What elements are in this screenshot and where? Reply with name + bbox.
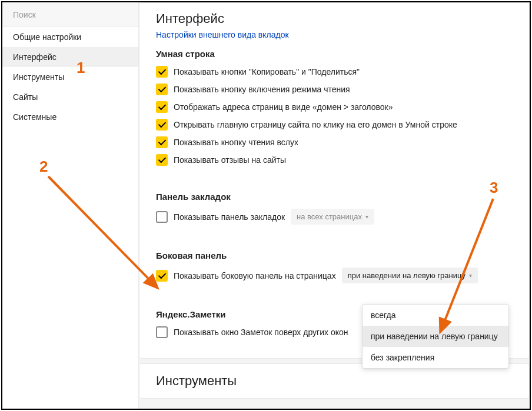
label-copy-share: Показывать кнопки "Копировать" и "Подели… — [174, 67, 360, 76]
chevron-down-icon: ▾ — [469, 272, 472, 279]
section-bookmarks-title: Панель закладок — [156, 192, 513, 202]
sidebar-item-tools[interactable]: Инструменты — [2, 67, 138, 87]
chevron-down-icon: ▾ — [365, 213, 368, 220]
dropdown-item-always[interactable]: всегда — [363, 305, 508, 326]
checkbox-bookmarks-panel[interactable] — [156, 211, 168, 223]
section-sidepanel-title: Боковая панель — [156, 250, 513, 260]
sidebar-item-interface[interactable]: Интерфейс — [2, 47, 138, 67]
dropdown-item-unpinned[interactable]: без закрепления — [363, 347, 508, 368]
label-reader-mode: Показывать кнопку включения режима чтени… — [174, 85, 350, 94]
checkbox-copy-share[interactable] — [156, 66, 168, 78]
appearance-link[interactable]: Настройки внешнего вида вкладок — [139, 30, 529, 43]
sidebar-item-sites[interactable]: Сайты — [2, 87, 138, 107]
checkbox-sidepanel[interactable] — [156, 270, 168, 282]
label-notes-topmost: Показывать окно Заметок поверх других ок… — [174, 328, 348, 337]
label-reviews: Показывать отзывы на сайты — [174, 155, 286, 165]
checkbox-read-aloud[interactable] — [156, 136, 168, 148]
select-bookmarks-value: на всех страницах — [297, 212, 362, 221]
select-sidepanel-mode[interactable]: при наведении на левую границу ▾ — [342, 268, 478, 283]
label-read-aloud: Показывать кнопку чтения вслух — [174, 138, 298, 147]
label-domain-title: Отображать адреса страниц в виде «домен … — [174, 102, 393, 112]
checkbox-reader-mode[interactable] — [156, 83, 168, 95]
label-open-main: Открывать главную страницу сайта по клик… — [174, 120, 457, 129]
select-sidepanel-value: при наведении на левую границу — [348, 271, 466, 280]
dropdown-sidepanel-mode: всегда при наведении на левую границу бе… — [362, 304, 509, 369]
sidebar: Поиск Общие настройки Интерфейс Инструме… — [2, 2, 139, 409]
checkbox-open-main[interactable] — [156, 119, 168, 131]
sidebar-item-system[interactable]: Системные — [2, 107, 138, 127]
checkbox-notes-topmost[interactable] — [156, 326, 168, 338]
section-smartline-title: Умная строка — [156, 49, 513, 59]
page-title: Интерфейс — [139, 3, 529, 30]
checkbox-reviews[interactable] — [156, 154, 168, 166]
checkbox-domain-title[interactable] — [156, 101, 168, 113]
sidebar-item-general[interactable]: Общие настройки — [2, 27, 138, 47]
dropdown-item-hover-left[interactable]: при наведении на левую границу — [363, 326, 508, 347]
select-bookmarks-scope[interactable]: на всех страницах ▾ — [291, 209, 374, 225]
label-sidepanel: Показывать боковую панель на страницах — [174, 271, 336, 280]
search-input[interactable]: Поиск — [2, 2, 138, 27]
label-bookmarks-panel: Показывать панель закладок — [174, 212, 285, 222]
section-tools-title: Инструменты — [139, 363, 530, 399]
